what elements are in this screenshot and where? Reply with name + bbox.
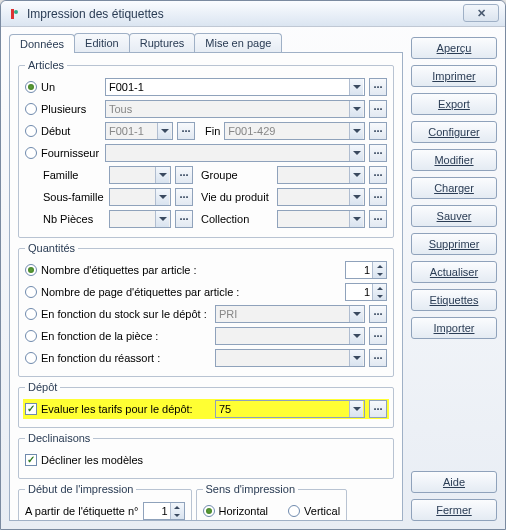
label-stock: En fonction du stock sur le dépôt :: [41, 308, 211, 320]
chevron-down-icon[interactable]: [349, 145, 363, 161]
lookup-debut-button[interactable]: ···: [177, 122, 195, 140]
imprimer-button[interactable]: Imprimer: [411, 65, 497, 87]
chevron-down-icon[interactable]: [349, 189, 363, 205]
lookup-plusieurs-button[interactable]: ···: [369, 100, 387, 118]
tab-edition[interactable]: Edition: [74, 33, 130, 52]
spin-nb-page[interactable]: 1: [345, 283, 387, 301]
export-button[interactable]: Export: [411, 93, 497, 115]
group-quantites: Quantités Nombre d'étiquettes par articl…: [18, 242, 394, 377]
tab-ruptures[interactable]: Ruptures: [129, 33, 196, 52]
legend-debut-impression: Début de l'impression: [25, 483, 136, 495]
window-close-button[interactable]: ✕: [463, 4, 499, 22]
combo-groupe[interactable]: [277, 166, 365, 184]
label-horizontal: Horizontal: [219, 505, 269, 517]
chevron-down-icon[interactable]: [349, 306, 363, 322]
label-vertical: Vertical: [304, 505, 340, 517]
label-fin: Fin: [205, 125, 220, 137]
chevron-down-icon[interactable]: [349, 401, 363, 417]
chevron-down-icon[interactable]: [349, 167, 363, 183]
importer-button[interactable]: Importer: [411, 317, 497, 339]
lookup-vie-button[interactable]: ···: [369, 188, 387, 206]
lookup-collection-button[interactable]: ···: [369, 210, 387, 228]
radio-vertical[interactable]: [288, 505, 300, 517]
check-eval-tarifs[interactable]: [25, 403, 37, 415]
lookup-fin-button[interactable]: ···: [369, 122, 387, 140]
actualiser-button[interactable]: Actualiser: [411, 261, 497, 283]
charger-button[interactable]: Charger: [411, 177, 497, 199]
combo-fournisseur[interactable]: [105, 144, 365, 162]
radio-plusieurs[interactable]: [25, 103, 37, 115]
group-sens: Sens d'impression Horizontal Vertical: [196, 483, 348, 521]
chevron-down-icon[interactable]: [155, 167, 169, 183]
etiquettes-button[interactable]: Etiquettes: [411, 289, 497, 311]
group-articles: Articles Un F001-1 ··· Plusieurs Tous ··…: [18, 59, 394, 238]
configurer-button[interactable]: Configurer: [411, 121, 497, 143]
modifier-button[interactable]: Modifier: [411, 149, 497, 171]
legend-declinaisons: Declinaisons: [25, 432, 93, 444]
lookup-un-button[interactable]: ···: [369, 78, 387, 96]
combo-piece[interactable]: [215, 327, 365, 345]
lookup-nbpieces-button[interactable]: ···: [175, 210, 193, 228]
apercu-button[interactable]: Aperçu: [411, 37, 497, 59]
lookup-groupe-button[interactable]: ···: [369, 166, 387, 184]
lookup-fournisseur-button[interactable]: ···: [369, 144, 387, 162]
combo-collection[interactable]: [277, 210, 365, 228]
lookup-eval-depot-button[interactable]: ···: [369, 400, 387, 418]
tab-mise-en-page[interactable]: Mise en page: [194, 33, 282, 52]
combo-eval-depot[interactable]: 75: [215, 400, 365, 418]
app-icon: [7, 7, 21, 21]
fermer-button[interactable]: Fermer: [411, 499, 497, 521]
radio-fournisseur[interactable]: [25, 147, 37, 159]
window-title: Impression des étiquettes: [27, 7, 164, 21]
lookup-reassort-button[interactable]: ···: [369, 349, 387, 367]
aide-button[interactable]: Aide: [411, 471, 497, 493]
chevron-down-icon[interactable]: [155, 189, 169, 205]
chevron-down-icon[interactable]: [349, 101, 363, 117]
chevron-down-icon[interactable]: [349, 211, 363, 227]
combo-nbpieces[interactable]: [109, 210, 171, 228]
radio-stock[interactable]: [25, 308, 37, 320]
label-apartir: A partir de l'étiquette n°: [25, 505, 139, 517]
label-groupe: Groupe: [201, 169, 273, 181]
sidebar-buttons: Aperçu Imprimer Export Configurer Modifi…: [411, 33, 497, 521]
combo-fin[interactable]: F001-429: [224, 122, 365, 140]
supprimer-button[interactable]: Supprimer: [411, 233, 497, 255]
chevron-down-icon[interactable]: [349, 123, 363, 139]
combo-stock-depot[interactable]: PRI: [215, 305, 365, 323]
depot-highlight-row: Evaluer les tarifs pour le dépôt: 75 ···: [23, 399, 389, 419]
radio-reassort[interactable]: [25, 352, 37, 364]
chevron-down-icon[interactable]: [349, 328, 363, 344]
check-decliner[interactable]: [25, 454, 37, 466]
combo-sousfamille[interactable]: [109, 188, 171, 206]
label-un: Un: [41, 81, 101, 93]
combo-reassort[interactable]: [215, 349, 365, 367]
lookup-famille-button[interactable]: ···: [175, 166, 193, 184]
radio-debut[interactable]: [25, 125, 37, 137]
radio-horizontal[interactable]: [203, 505, 215, 517]
combo-debut[interactable]: F001-1: [105, 122, 173, 140]
lookup-piece-button[interactable]: ···: [369, 327, 387, 345]
chevron-down-icon[interactable]: [155, 211, 169, 227]
svg-point-1: [14, 10, 18, 14]
chevron-down-icon[interactable]: [157, 123, 171, 139]
titlebar: Impression des étiquettes ✕: [1, 1, 505, 27]
combo-un[interactable]: F001-1: [105, 78, 365, 96]
label-decliner: Décliner les modèles: [41, 454, 143, 466]
combo-famille[interactable]: [109, 166, 171, 184]
chevron-down-icon[interactable]: [349, 350, 363, 366]
lookup-stock-depot-button[interactable]: ···: [369, 305, 387, 323]
spin-nb-etiq[interactable]: 1: [345, 261, 387, 279]
tab-donnees[interactable]: Données: [9, 34, 75, 53]
chevron-down-icon[interactable]: [349, 79, 363, 95]
label-sousfamille: Sous-famille: [43, 191, 105, 203]
combo-vie[interactable]: [277, 188, 365, 206]
spin-apartir[interactable]: 1: [143, 502, 185, 520]
radio-piece[interactable]: [25, 330, 37, 342]
radio-nb-page[interactable]: [25, 286, 37, 298]
combo-plusieurs[interactable]: Tous: [105, 100, 365, 118]
label-fournisseur: Fournisseur: [41, 147, 101, 159]
lookup-sousfamille-button[interactable]: ···: [175, 188, 193, 206]
sauver-button[interactable]: Sauver: [411, 205, 497, 227]
radio-un[interactable]: [25, 81, 37, 93]
radio-nb-etiq[interactable]: [25, 264, 37, 276]
